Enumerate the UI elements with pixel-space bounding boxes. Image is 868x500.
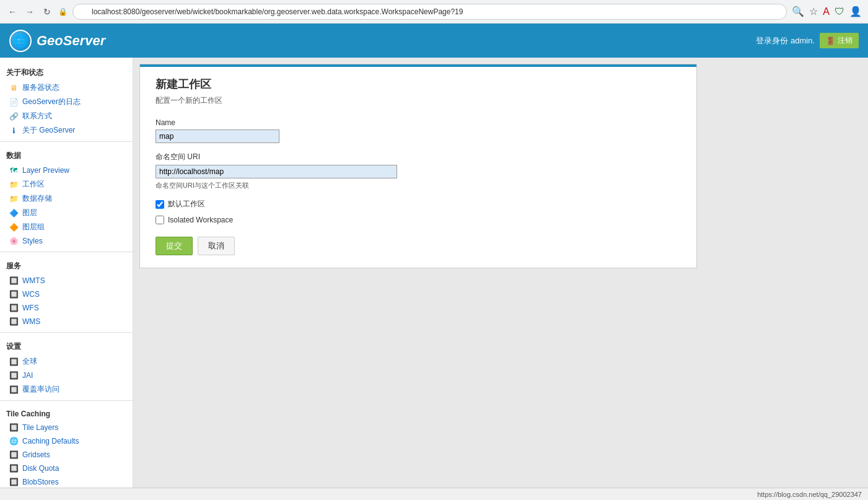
sidebar-item-wcs[interactable]: 🔲 WCS: [0, 287, 133, 301]
services-section-title: 服务: [0, 256, 133, 274]
main-layout: 关于和状态 🖥 服务器状态 📄 GeoServer的日志 🔗 联系方式 ℹ 关于…: [0, 58, 868, 500]
url-bar[interactable]: [72, 4, 787, 20]
sidebar-label-wmts: WMTS: [22, 276, 45, 285]
shield-icon: 🛡: [835, 6, 844, 17]
sidebar-item-tile-layers[interactable]: 🔲 Tile Layers: [0, 421, 133, 434]
divider-2: [0, 252, 133, 252]
sidebar-item-logs[interactable]: 📄 GeoServer的日志: [0, 95, 133, 109]
form-panel: 新建工作区 配置一个新的工作区 Name 命名空间 URI 命名空间URI与这个…: [139, 64, 697, 268]
sidebar-label-wfs: WFS: [22, 304, 39, 312]
global-icon: 🔲: [9, 357, 19, 367]
default-workspace-row: 默认工作区: [156, 199, 681, 209]
forward-button[interactable]: →: [24, 6, 36, 18]
sidebar-item-layers[interactable]: 🔷 图层: [0, 206, 133, 220]
refresh-button[interactable]: ↻: [41, 6, 53, 18]
namespace-input[interactable]: [156, 165, 397, 178]
blobstores-icon: 🔲: [9, 477, 19, 487]
tile-section-title: Tile Caching: [0, 405, 133, 421]
sidebar: 关于和状态 🖥 服务器状态 📄 GeoServer的日志 🔗 联系方式 ℹ 关于…: [0, 58, 133, 500]
wfs-icon: 🔲: [9, 303, 19, 313]
sidebar-item-workspaces[interactable]: 📁 工作区: [0, 177, 133, 191]
sidebar-label-wms: WMS: [22, 317, 40, 326]
browser-bar: ← → ↻ 🔒 🔍 ☆ A 🛡 👤: [0, 0, 868, 24]
header-user: 登录身份 admin. 🚪 注销: [756, 33, 859, 48]
divider-4: [0, 400, 133, 401]
wcs-icon: 🔲: [9, 289, 19, 299]
app-header: 🌐 GeoServer 登录身份 admin. 🚪 注销: [0, 24, 868, 58]
logout-button[interactable]: 🚪 注销: [820, 33, 859, 48]
about-icon: ℹ: [9, 126, 19, 136]
status-bar: https://blog.csdn.net/qq_29002347: [0, 488, 868, 500]
divider-1: [0, 141, 133, 142]
sidebar-item-layer-preview[interactable]: 🗺 Layer Preview: [0, 164, 133, 177]
layergroups-icon: 🔶: [9, 222, 19, 232]
isolated-workspace-label: Isolated Workspace: [168, 216, 233, 224]
sidebar-item-server-status[interactable]: 🖥 服务器状态: [0, 81, 133, 95]
default-workspace-checkbox[interactable]: [156, 200, 164, 209]
sidebar-label-about: 关于 GeoServer: [22, 125, 75, 136]
sidebar-label-tile-layers: Tile Layers: [22, 423, 58, 432]
form-buttons: 提交 取消: [156, 237, 681, 255]
settings-section-title: 设置: [0, 336, 133, 354]
logo-text: GeoServer: [37, 33, 105, 49]
sidebar-item-coverage[interactable]: 🔲 覆盖率访问: [0, 382, 133, 397]
styles-icon: 🌸: [9, 236, 19, 246]
disk-quota-icon: 🔲: [9, 463, 19, 473]
cancel-button[interactable]: 取消: [198, 237, 235, 255]
caching-defaults-icon: 🌐: [9, 436, 19, 446]
sidebar-item-wmts[interactable]: 🔲 WMTS: [0, 274, 133, 287]
name-label: Name: [156, 118, 681, 127]
sidebar-item-blobstores[interactable]: 🔲 BlobStores: [0, 475, 133, 489]
sidebar-label-gridsets: Gridsets: [22, 450, 50, 459]
divider-3: [0, 332, 133, 333]
about-section-title: 关于和状态: [0, 63, 133, 81]
namespace-hint: 命名空间URI与这个工作区关联: [156, 181, 681, 190]
logo-area: 🌐 GeoServer: [9, 30, 105, 52]
sidebar-item-contact[interactable]: 🔗 联系方式: [0, 109, 133, 123]
datastores-icon: 📁: [9, 194, 19, 204]
sidebar-item-layergroups[interactable]: 🔶 图层组: [0, 220, 133, 234]
sidebar-item-styles[interactable]: 🌸 Styles: [0, 234, 133, 248]
sidebar-label-layergroups: 图层组: [22, 222, 45, 232]
logs-icon: 📄: [9, 97, 19, 107]
workspaces-icon: 📁: [9, 180, 19, 190]
sidebar-label-server-status: 服务器状态: [22, 82, 59, 93]
data-section-title: 数据: [0, 146, 133, 164]
wmts-icon: 🔲: [9, 276, 19, 286]
status-url: https://blog.csdn.net/qq_29002347: [757, 491, 862, 498]
search-icon[interactable]: 🔍: [792, 6, 804, 17]
wms-icon: 🔲: [9, 317, 19, 327]
sidebar-item-wms[interactable]: 🔲 WMS: [0, 315, 133, 328]
sidebar-label-layer-preview: Layer Preview: [22, 166, 69, 175]
sidebar-item-wfs[interactable]: 🔲 WFS: [0, 301, 133, 315]
bookmark-icon[interactable]: ☆: [809, 6, 818, 17]
back-button[interactable]: ←: [6, 6, 19, 18]
isolated-workspace-checkbox[interactable]: [156, 216, 164, 224]
server-status-icon: 🖥: [9, 83, 19, 93]
sidebar-item-gridsets[interactable]: 🔲 Gridsets: [0, 448, 133, 462]
sidebar-label-jai: JAI: [22, 371, 33, 380]
sidebar-item-about[interactable]: ℹ 关于 GeoServer: [0, 123, 133, 138]
name-input[interactable]: [156, 129, 279, 143]
sidebar-item-datastores[interactable]: 📁 数据存储: [0, 191, 133, 206]
sidebar-label-layers: 图层: [22, 208, 37, 218]
sidebar-item-global[interactable]: 🔲 全球: [0, 354, 133, 369]
layer-preview-icon: 🗺: [9, 165, 19, 175]
contact-icon: 🔗: [9, 112, 19, 121]
sidebar-label-caching-defaults: Caching Defaults: [22, 437, 79, 445]
gridsets-icon: 🔲: [9, 450, 19, 460]
sidebar-label-contact: 联系方式: [22, 111, 52, 121]
submit-button[interactable]: 提交: [156, 237, 193, 255]
form-subtitle: 配置一个新的工作区: [156, 95, 681, 106]
sidebar-item-caching-defaults[interactable]: 🌐 Caching Defaults: [0, 434, 133, 448]
sidebar-label-logs: GeoServer的日志: [22, 97, 81, 107]
logo-globe: 🌐: [9, 30, 32, 52]
sidebar-label-workspaces: 工作区: [22, 179, 45, 190]
sidebar-item-disk-quota[interactable]: 🔲 Disk Quota: [0, 462, 133, 475]
account-icon[interactable]: 👤: [849, 6, 862, 17]
layers-icon: 🔷: [9, 208, 19, 218]
coverage-icon: 🔲: [9, 385, 19, 395]
sidebar-item-jai[interactable]: 🔲 JAI: [0, 369, 133, 382]
jai-icon: 🔲: [9, 371, 19, 380]
sidebar-label-datastores: 数据存储: [22, 193, 52, 204]
